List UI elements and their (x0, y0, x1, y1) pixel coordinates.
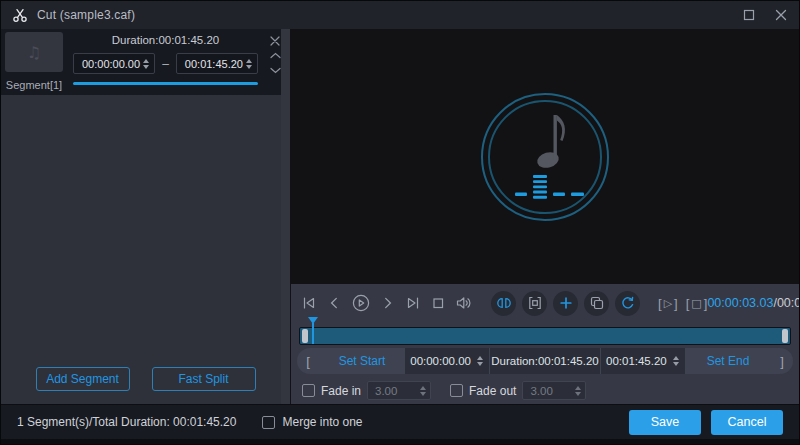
trim-start-spinner[interactable] (476, 356, 484, 366)
playback-controls-panel: [▷] [□] 00:00:03.03/00:01:45.20 (291, 284, 799, 404)
step-backward-icon[interactable] (326, 295, 342, 311)
scissors-icon (11, 6, 29, 24)
trim-start-value[interactable]: 00:00:00.00 (410, 355, 471, 367)
close-button[interactable] (773, 7, 789, 23)
merge-label: Merge into one (282, 415, 362, 429)
fade-out-label: Fade out (469, 384, 516, 398)
window-title: Cut (sample3.caf) (37, 8, 135, 22)
merge-checkbox[interactable] (262, 416, 275, 429)
add-keyframe-button[interactable] (553, 291, 578, 316)
fade-options: Fade in 3.00 Fade out 3.00 (297, 378, 793, 403)
bracket-left: [ (686, 296, 690, 311)
music-note-icon: ♫ (27, 43, 41, 62)
segment-end-input[interactable]: 00:01:45.20 (176, 53, 258, 74)
fast-split-button[interactable]: Fast Split (152, 367, 256, 391)
fade-in-checkbox[interactable] (302, 384, 315, 397)
region-select-button[interactable] (522, 291, 547, 316)
segment-label: Segment[1] (3, 79, 65, 91)
save-button[interactable]: Save (629, 410, 701, 435)
play-segment-button[interactable]: [▷] (658, 296, 678, 311)
fade-out-value[interactable]: 3.00 (530, 385, 574, 397)
segment-list-scrollbar[interactable] (281, 29, 290, 404)
fade-in-value[interactable]: 3.00 (375, 385, 419, 397)
time-display: 00:00:03.03/00:01:45.20 (707, 296, 800, 310)
segment-start-value[interactable]: 00:00:00.00 (82, 58, 142, 70)
segment-list-panel: ♫ Segment[1] Duration:00:01:45.20 00:00:… (1, 29, 291, 404)
add-segment-button[interactable]: Add Segment (36, 367, 130, 391)
segment-end-spinner[interactable] (245, 59, 253, 69)
window-controls (741, 7, 789, 23)
trim-close-bracket: ] (771, 354, 793, 369)
go-to-end-icon[interactable] (405, 295, 421, 311)
audio-placeholder-icon (465, 77, 625, 237)
remove-segment-icon[interactable] (269, 35, 281, 46)
segment-duration-text: Duration:00:01:45.20 (73, 34, 258, 49)
bracket-left: [ (658, 296, 662, 311)
segment-stop-icon: □ (691, 297, 701, 310)
fade-in-input[interactable]: 3.00 (367, 381, 431, 400)
timeline[interactable] (297, 317, 793, 347)
set-end-button[interactable]: Set End (685, 354, 771, 368)
segment-play-icon: ▷ (664, 297, 672, 310)
segment-card[interactable]: ♫ Segment[1] Duration:00:01:45.20 00:00:… (1, 29, 290, 95)
fade-out-checkbox[interactable] (450, 384, 463, 397)
split-button[interactable] (491, 291, 516, 316)
reset-button[interactable] (615, 291, 640, 316)
timeline-end-handle[interactable] (782, 329, 788, 343)
play-icon[interactable] (351, 293, 371, 313)
volume-icon[interactable] (455, 295, 473, 311)
range-separator: – (162, 57, 169, 71)
timeline-track[interactable] (299, 327, 791, 345)
stop-icon[interactable] (430, 295, 446, 311)
trim-end-spinner[interactable] (672, 356, 680, 366)
fade-in-spinner[interactable] (419, 386, 427, 396)
segment-range-bar (73, 82, 258, 85)
fade-out-spinner[interactable] (574, 386, 582, 396)
trim-duration-text: Duration:00:01:45.20 (489, 348, 600, 374)
move-segment-up-icon[interactable] (269, 50, 281, 61)
trim-start-input[interactable]: 00:00:00.00 (405, 348, 489, 374)
music-note-shape (535, 115, 565, 170)
step-forward-icon[interactable] (380, 295, 396, 311)
titlebar[interactable]: Cut (sample3.caf) (1, 1, 799, 29)
equalizer-bars (515, 175, 584, 199)
set-start-button[interactable]: Set Start (319, 354, 405, 368)
bracket-right: ] (674, 296, 678, 311)
trim-end-value[interactable]: 00:01:45.20 (606, 355, 667, 367)
go-to-start-icon[interactable] (301, 295, 317, 311)
segment-thumbnail[interactable]: ♫ (5, 32, 63, 72)
fade-out-input[interactable]: 3.00 (522, 381, 586, 400)
footer-bar: 1 Segment(s)/Total Duration: 00:01:45.20… (1, 404, 799, 444)
total-time: 00:01:45.20 (777, 296, 800, 310)
stop-segment-button[interactable]: [□] (686, 296, 708, 311)
summary-text: 1 Segment(s)/Total Duration: 00:01:45.20 (17, 415, 236, 429)
fade-in-label: Fade in (321, 384, 361, 398)
cut-dialog: Cut (sample3.caf) ♫ Segment[1] Duration (0, 0, 800, 445)
current-time: 00:00:03.03 (707, 296, 773, 310)
segment-end-value[interactable]: 00:01:45.20 (185, 58, 245, 70)
maximize-button[interactable] (741, 7, 757, 23)
preview-area (291, 29, 799, 284)
move-segment-down-icon[interactable] (269, 65, 281, 76)
segment-start-spinner[interactable] (142, 59, 150, 69)
copy-segment-button[interactable] (584, 291, 609, 316)
trim-bar: [ Set Start 00:00:00.00 Duration:00:01:4… (297, 348, 793, 374)
playhead[interactable] (308, 317, 318, 345)
trim-end-input[interactable]: 00:01:45.20 (600, 348, 685, 374)
trim-open-bracket: [ (297, 354, 319, 369)
segment-details: Duration:00:01:45.20 00:00:00.00 – 00:01… (65, 31, 262, 91)
playhead-line (312, 323, 314, 344)
segment-start-input[interactable]: 00:00:00.00 (73, 53, 155, 74)
cancel-button[interactable]: Cancel (711, 410, 783, 435)
